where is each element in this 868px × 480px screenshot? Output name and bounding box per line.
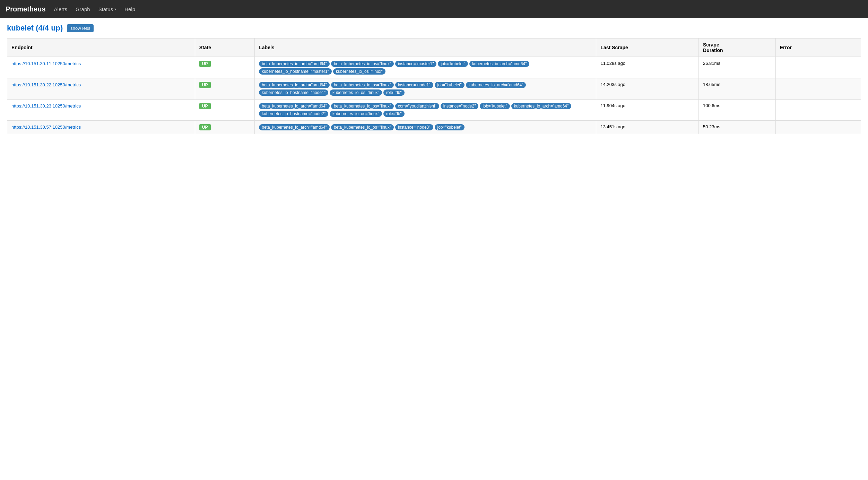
label-tag: beta_kubernetes_io_arch="amd64" bbox=[259, 61, 330, 67]
navbar: Prometheus Alerts Graph Status ▾ Help bbox=[0, 0, 868, 18]
label-tag: instance="node1" bbox=[395, 82, 433, 88]
last-scrape: 11.028s ago bbox=[596, 57, 699, 78]
label-tag: kubernetes_io_hostname="master1" bbox=[259, 68, 332, 75]
label-tag: job="kubelet" bbox=[435, 124, 465, 130]
last-scrape: 14.203s ago bbox=[596, 78, 699, 100]
brand-link[interactable]: Prometheus bbox=[6, 5, 46, 13]
label-tag: kubernetes_io_arch="amd64" bbox=[469, 61, 530, 67]
labels-container: beta_kubernetes_io_arch="amd64"beta_kube… bbox=[259, 82, 592, 96]
help-link[interactable]: Help bbox=[124, 6, 135, 12]
label-tag: kubernetes_io_arch="amd64" bbox=[466, 82, 526, 88]
scrape-duration: 26.81ms bbox=[699, 57, 776, 78]
label-tag: beta_kubernetes_io_os="linux" bbox=[331, 124, 394, 130]
label-tag: beta_kubernetes_io_os="linux" bbox=[331, 103, 394, 109]
label-tag: kubernetes_io_os="linux" bbox=[330, 111, 382, 117]
endpoint-link[interactable]: https://10.151.30.22:10250/metrics bbox=[11, 82, 81, 87]
label-tag: beta_kubernetes_io_arch="amd64" bbox=[259, 103, 330, 109]
error-cell bbox=[775, 57, 861, 78]
error-cell bbox=[775, 121, 861, 134]
scrape-duration: 100.6ms bbox=[699, 100, 776, 121]
scrape-duration: 50.23ms bbox=[699, 121, 776, 134]
scrape-duration: 18.65ms bbox=[699, 78, 776, 100]
labels-container: beta_kubernetes_io_arch="amd64"beta_kube… bbox=[259, 61, 592, 75]
status-badge: UP bbox=[199, 124, 211, 130]
page-content: kubelet (4/4 up) show less Endpoint Stat… bbox=[0, 18, 868, 140]
label-tag: kubernetes_io_hostname="node2" bbox=[259, 111, 328, 117]
labels-container: beta_kubernetes_io_arch="amd64"beta_kube… bbox=[259, 124, 592, 130]
table-row: https://10.151.30.22:10250/metricsUPbeta… bbox=[7, 78, 861, 100]
label-tag: instance="node3" bbox=[395, 124, 433, 130]
label-tag: beta_kubernetes_io_os="linux" bbox=[331, 61, 394, 67]
label-tag: instance="master1" bbox=[395, 61, 437, 67]
header-error: Error bbox=[775, 38, 861, 57]
endpoint-link[interactable]: https://10.151.30.11:10250/metrics bbox=[11, 61, 81, 66]
label-tag: job="kubelet" bbox=[480, 103, 510, 109]
alerts-link[interactable]: Alerts bbox=[54, 6, 67, 12]
status-badge: UP bbox=[199, 82, 211, 88]
label-tag: kubernetes_io_hostname="node1" bbox=[259, 89, 328, 96]
table-row: https://10.151.30.11:10250/metricsUPbeta… bbox=[7, 57, 861, 78]
chevron-down-icon: ▾ bbox=[114, 7, 116, 11]
header-labels: Labels bbox=[255, 38, 596, 57]
label-tag: job="kubelet" bbox=[438, 61, 468, 67]
label-tag: beta_kubernetes_io_os="linux" bbox=[331, 82, 394, 88]
targets-table: Endpoint State Labels Last Scrape Scrape… bbox=[7, 38, 861, 134]
label-tag: kubernetes_io_os="linux" bbox=[330, 89, 382, 96]
table-row: https://10.151.30.57:10250/metricsUPbeta… bbox=[7, 121, 861, 134]
label-tag: role="lb" bbox=[383, 89, 405, 96]
label-tag: kubernetes_io_os="linux" bbox=[333, 68, 385, 75]
label-tag: job="kubelet" bbox=[435, 82, 465, 88]
header-last-scrape: Last Scrape bbox=[596, 38, 699, 57]
header-endpoint: Endpoint bbox=[7, 38, 195, 57]
label-tag: role="lb" bbox=[383, 111, 405, 117]
table-row: https://10.151.30.23:10250/metricsUPbeta… bbox=[7, 100, 861, 121]
label-tag: instance="node2" bbox=[441, 103, 479, 109]
table-header-row: Endpoint State Labels Last Scrape Scrape… bbox=[7, 38, 861, 57]
status-badge: UP bbox=[199, 61, 211, 67]
label-tag: beta_kubernetes_io_arch="amd64" bbox=[259, 82, 330, 88]
error-cell bbox=[775, 78, 861, 100]
label-tag: beta_kubernetes_io_arch="amd64" bbox=[259, 124, 330, 130]
show-less-button[interactable]: show less bbox=[67, 24, 94, 32]
endpoint-link[interactable]: https://10.151.30.23:10250/metrics bbox=[11, 103, 81, 109]
title-row: kubelet (4/4 up) show less bbox=[7, 24, 861, 33]
header-scrape-duration: ScrapeDuration bbox=[699, 38, 776, 57]
endpoint-link[interactable]: https://10.151.30.57:10250/metrics bbox=[11, 125, 81, 130]
page-title: kubelet (4/4 up) bbox=[7, 24, 63, 33]
status-dropdown-label: Status bbox=[98, 6, 113, 12]
label-tag: kubernetes_io_arch="amd64" bbox=[511, 103, 572, 109]
graph-link[interactable]: Graph bbox=[76, 6, 90, 12]
header-state: State bbox=[195, 38, 254, 57]
status-badge: UP bbox=[199, 103, 211, 109]
label-tag: com="youdianzhishi" bbox=[395, 103, 439, 109]
status-dropdown[interactable]: Status ▾ bbox=[98, 6, 116, 12]
last-scrape: 11.904s ago bbox=[596, 100, 699, 121]
error-cell bbox=[775, 100, 861, 121]
labels-container: beta_kubernetes_io_arch="amd64"beta_kube… bbox=[259, 103, 592, 117]
last-scrape: 13.451s ago bbox=[596, 121, 699, 134]
